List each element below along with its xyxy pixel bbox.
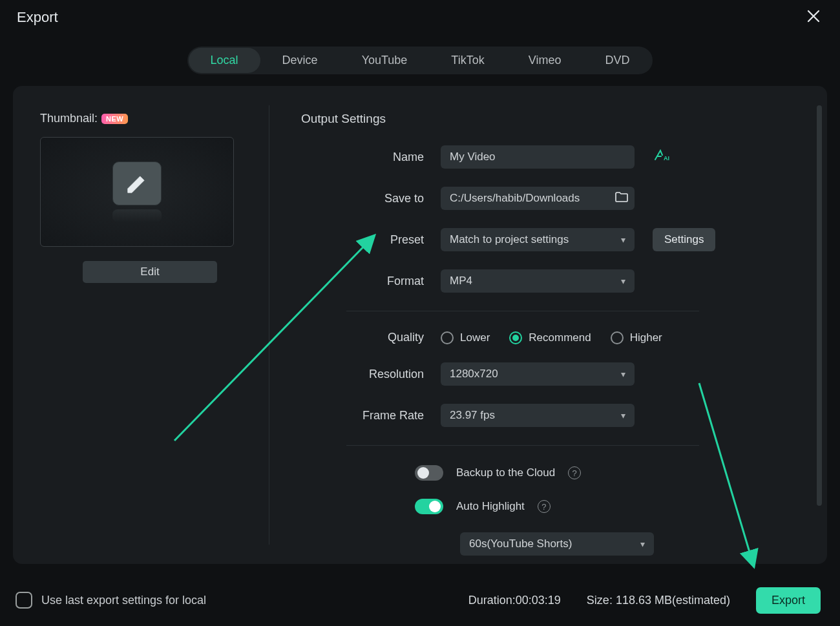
quality-recommend-radio[interactable]: Recommend: [509, 331, 591, 344]
quality-higher-radio[interactable]: Higher: [611, 331, 662, 344]
backup-cloud-label: Backup to the Cloud: [456, 466, 555, 479]
backup-cloud-toggle[interactable]: [415, 465, 443, 481]
name-label: Name: [301, 151, 441, 164]
thumbnail-preview[interactable]: [40, 137, 234, 247]
framerate-select[interactable]: 23.97 fps ▾: [441, 404, 635, 427]
window-title: Export: [17, 9, 58, 26]
chevron-down-icon: ▾: [621, 276, 625, 286]
auto-highlight-label: Auto Highlight: [456, 500, 525, 513]
saveto-label: Save to: [301, 192, 441, 205]
divider: [346, 445, 699, 446]
svg-text:AI: AI: [664, 155, 669, 162]
name-field[interactable]: [441, 145, 635, 169]
export-button[interactable]: Export: [756, 587, 821, 614]
scrollbar[interactable]: [817, 105, 822, 506]
quality-label: Quality: [301, 331, 441, 344]
resolution-select[interactable]: 1280x720 ▾: [441, 362, 635, 386]
help-icon[interactable]: ?: [568, 466, 581, 479]
preset-select[interactable]: Match to project settings ▾: [441, 228, 635, 251]
help-icon[interactable]: ?: [538, 500, 551, 513]
duration-info: Duration:00:03:19: [468, 594, 561, 607]
folder-icon[interactable]: [615, 192, 628, 205]
framerate-label: Frame Rate: [301, 409, 441, 423]
size-info: Size: 118.63 MB(estimated): [587, 594, 730, 607]
tab-youtube[interactable]: YouTube: [340, 48, 430, 73]
tab-device[interactable]: Device: [260, 48, 340, 73]
new-badge: NEW: [101, 114, 128, 124]
resolution-label: Resolution: [301, 368, 441, 381]
edit-thumbnail-button[interactable]: Edit: [83, 261, 217, 283]
chevron-down-icon: ▾: [621, 369, 625, 379]
divider: [346, 311, 699, 311]
tab-local[interactable]: Local: [189, 48, 260, 73]
saveto-field[interactable]: [441, 187, 635, 210]
format-label: Format: [301, 275, 441, 288]
output-settings-heading: Output Settings: [301, 112, 800, 126]
format-select[interactable]: MP4 ▾: [441, 269, 635, 293]
quality-lower-radio[interactable]: Lower: [441, 331, 490, 344]
close-icon[interactable]: [806, 9, 821, 26]
chevron-down-icon: ▾: [640, 539, 645, 549]
divider: [269, 105, 269, 545]
tab-dvd[interactable]: DVD: [583, 48, 651, 73]
auto-highlight-toggle[interactable]: [415, 499, 443, 514]
export-tabs: Local Device YouTube TikTok Vimeo DVD: [187, 47, 653, 74]
thumbnail-label: Thumbnail:: [40, 112, 98, 125]
tab-tiktok[interactable]: TikTok: [429, 48, 506, 73]
use-last-settings-checkbox[interactable]: [16, 592, 32, 609]
chevron-down-icon: ▾: [621, 410, 625, 421]
auto-highlight-preset-select[interactable]: 60s(YouTube Shorts) ▾: [460, 532, 654, 556]
pencil-icon: [112, 162, 162, 205]
preset-settings-button[interactable]: Settings: [653, 228, 715, 251]
use-last-settings-label: Use last export settings for local: [41, 594, 206, 607]
chevron-down-icon: ▾: [621, 235, 625, 245]
preset-label: Preset: [301, 233, 441, 247]
tab-vimeo[interactable]: Vimeo: [507, 48, 583, 73]
ai-rename-icon[interactable]: AI: [654, 149, 672, 165]
